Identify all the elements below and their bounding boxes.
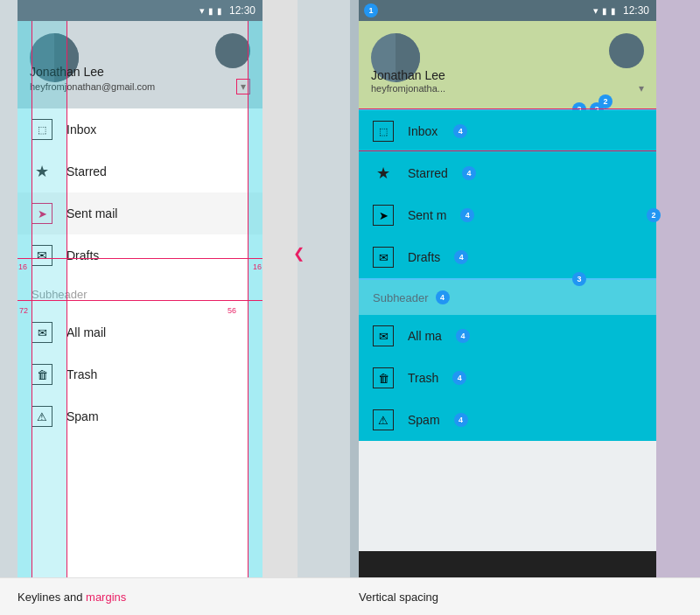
inbox-label: Inbox xyxy=(66,122,96,136)
allmail-icon-r: ✉ xyxy=(373,325,394,346)
sent-label-r: Sent m xyxy=(408,208,446,222)
cyan-right-margin xyxy=(248,21,262,577)
bottom-labels: Keylines and margins Vertical spacing xyxy=(0,577,700,615)
profile-email-r: heyfromjonatha... xyxy=(371,83,445,94)
nav-trash-r[interactable]: 🗑 Trash 4 xyxy=(359,357,656,399)
keyline-left-16 xyxy=(32,21,32,577)
spam-label: Spam xyxy=(66,409,99,423)
keyline-right-16 xyxy=(248,21,248,577)
right-profile-area: Jonathan Lee heyfromjonatha... ▾ 2 xyxy=(359,21,656,108)
h-measure-2 xyxy=(359,150,656,151)
draft-icon-r: ✉ xyxy=(373,247,394,268)
allmail-badge: 4 xyxy=(456,329,470,343)
status-time-r: 12:30 xyxy=(623,4,649,17)
h-measure-1 xyxy=(359,108,656,109)
avatar-secondary-r xyxy=(609,33,644,68)
sent-label: Sent mail xyxy=(66,206,117,220)
starred-label: Starred xyxy=(66,164,107,178)
left-title-highlight: margins xyxy=(86,591,126,604)
starred-label-r: Starred xyxy=(408,166,448,180)
nav-spam-r[interactable]: ⚠ Spam 4 xyxy=(359,399,656,441)
spam-label-r: Spam xyxy=(408,413,440,427)
allmail-label: All mail xyxy=(66,325,106,339)
inbox-icon-r: ⬚ xyxy=(373,121,394,142)
nav-inbox-r[interactable]: ⬚ Inbox 4 xyxy=(359,110,656,152)
left-title: Keylines and xyxy=(18,591,86,604)
dim-label-16-right: 16 xyxy=(253,262,262,271)
dropdown-button-r[interactable]: ▾ xyxy=(639,82,644,94)
allmail-label-r: All ma xyxy=(408,329,442,343)
cyan-icon-margin xyxy=(32,21,66,577)
nav-starred-r[interactable]: ★ Starred 4 xyxy=(359,152,656,194)
profile-name-r: Jonathan Lee xyxy=(371,68,644,82)
battery-icon: ▮ xyxy=(217,6,222,16)
starred-badge: 4 xyxy=(462,166,476,180)
avatar-secondary xyxy=(215,33,250,68)
drafts-label-r: Drafts xyxy=(408,250,440,264)
nav-sent-r[interactable]: ➤ Sent m 4 2 xyxy=(359,194,656,236)
wifi-icon-r: ▾ xyxy=(593,5,598,17)
subheader-badge: 4 xyxy=(436,290,450,304)
signal-icon: ▮ xyxy=(208,6,214,16)
cyan-left-margin xyxy=(18,21,32,577)
sent-badge2: 2 xyxy=(647,208,661,222)
signal-icon-r: ▮ xyxy=(602,6,607,16)
dim-label-16-left: 16 xyxy=(18,262,27,271)
right-subheader: Subheader 4 xyxy=(359,280,656,315)
spacing-badge-1: 1 xyxy=(364,3,378,17)
send-icon-r: ➤ xyxy=(373,205,394,226)
trash-label-r: Trash xyxy=(408,371,438,385)
drafts-badge: 4 xyxy=(454,250,468,264)
trash-label: Trash xyxy=(66,367,97,381)
nav-drafts-r[interactable]: ✉ Drafts 4 xyxy=(359,236,656,278)
right-panel: ▾ ▮ ▮ 12:30 1 Jonathan Lee heyfromjonath… xyxy=(350,0,700,577)
spacing-badge-3c: 3 xyxy=(572,272,586,286)
drafts-label: Drafts xyxy=(66,248,99,262)
nav-allmail-r[interactable]: ✉ All ma 4 xyxy=(359,315,656,357)
status-time: 12:30 xyxy=(229,4,256,17)
left-status-bar: ▾ ▮ ▮ 12:30 xyxy=(18,0,262,21)
sent-badge: 4 xyxy=(460,208,474,222)
trash-icon-r: 🗑 xyxy=(373,367,394,388)
keyline-h1 xyxy=(18,258,262,259)
spam-badge: 4 xyxy=(454,413,468,427)
divider-2: 3 xyxy=(359,278,656,280)
wifi-icon: ▾ xyxy=(200,5,205,17)
trash-badge: 4 xyxy=(452,371,466,385)
keyline-h2 xyxy=(18,300,262,301)
left-panel: ▾ ▮ ▮ 12:30 Jonathan Lee heyfromjonathan… xyxy=(0,0,350,577)
dim-label-56: 56 xyxy=(228,306,236,315)
battery-icon-r: ▮ xyxy=(611,6,616,16)
right-title: Vertical spacing xyxy=(359,591,438,604)
spam-icon-r: ⚠ xyxy=(373,409,394,430)
chevron-right-icon: ❮ xyxy=(293,245,304,262)
keyline-72 xyxy=(66,21,67,577)
inbox-label-r: Inbox xyxy=(408,124,438,138)
star-icon-r: ★ xyxy=(373,163,394,184)
right-status-bar: ▾ ▮ ▮ 12:30 1 xyxy=(359,0,656,21)
dim-label-72: 72 xyxy=(19,306,28,315)
inbox-badge: 4 xyxy=(453,124,467,138)
